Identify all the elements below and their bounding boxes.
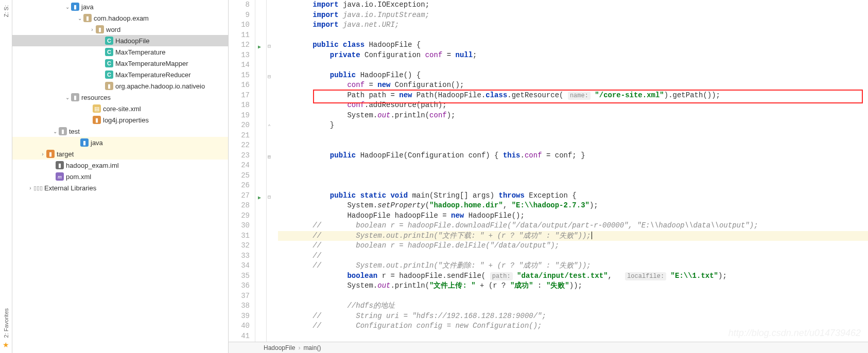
tree-item-maxtemperature[interactable]: CMaxTemperature <box>12 46 228 58</box>
cls-icon: C <box>105 59 113 67</box>
tree-label: core-site.xml <box>103 105 141 113</box>
tree-item-maxtemperaturemapper[interactable]: CMaxTemperatureMapper <box>12 58 228 69</box>
code-line[interactable]: private Configuration conf = null; <box>278 50 868 61</box>
code-line[interactable]: conf = new Configuration(); <box>278 80 868 91</box>
tree-label: resources <box>81 94 111 101</box>
code-line[interactable]: public HadoopFile() { <box>278 70 868 81</box>
line-gutter: 8910111213141516171819202122232425262728… <box>229 0 255 342</box>
code-line[interactable] <box>278 161 868 171</box>
tree-item-target[interactable]: ›▮target <box>12 148 228 160</box>
code-line[interactable] <box>278 291 868 302</box>
chevron-right-icon[interactable]: › <box>89 27 96 32</box>
tree-item-log4j-properties[interactable]: ▮log4j.properties <box>12 114 228 126</box>
code-line[interactable]: import java.io.IOException; <box>278 0 868 10</box>
tree-item-word[interactable]: ›▮word <box>12 24 228 35</box>
code-line[interactable]: HadoopFile hadoopFile = new HadoopFile()… <box>278 211 868 221</box>
tree-item-maxtemperaturereducer[interactable]: CMaxTemperatureReducer <box>12 69 228 80</box>
tree-item-org-apache-hadoop-io-nativeio[interactable]: ▮org.apache.hadoop.io.nativeio <box>12 80 228 92</box>
fold-icon[interactable]: ⊞ <box>268 152 271 163</box>
tree-item-java[interactable]: ⌄▮java <box>12 1 228 12</box>
tree-item-test[interactable]: ⌄▮test <box>12 126 228 137</box>
fold-icon[interactable]: ⌃ <box>268 122 271 132</box>
code-line[interactable]: public HadoopFile(Configuration conf) { … <box>278 151 868 161</box>
prop-icon: ▮ <box>93 116 101 124</box>
crumb-method[interactable]: main() <box>303 344 321 351</box>
tree-item-resources[interactable]: ⌄▮resources <box>12 92 228 103</box>
tree-label: target <box>57 150 74 158</box>
rail-top[interactable]: Z: S: <box>3 2 9 20</box>
tree-item-java[interactable]: ▮java <box>12 137 228 148</box>
tree-label: MaxTemperatureReducer <box>115 71 191 79</box>
code-line[interactable]: import java.net.URI; <box>278 20 868 30</box>
code-line[interactable]: // <box>278 251 868 261</box>
chevron-right-icon[interactable]: › <box>39 151 46 157</box>
cls-icon: C <box>105 48 113 56</box>
run-gutter-icon[interactable]: ▶ <box>258 42 261 52</box>
code-line[interactable]: //hdfs的地址 <box>278 301 868 311</box>
tree-item-hadoop-exam-iml[interactable]: ▮hadoop_exam.iml <box>12 160 228 171</box>
code-line[interactable] <box>278 331 868 342</box>
code-line[interactable]: // String uri = "hdfs://192.168.128.128:… <box>278 311 868 322</box>
tree-label: MaxTemperatureMapper <box>115 60 188 67</box>
fold-column[interactable]: ⊟⊟⌃⊞⊟ <box>267 0 276 342</box>
code-line[interactable]: System.out.println("文件上传: " + (r ? "成功" … <box>278 281 868 291</box>
code-line[interactable] <box>278 131 868 141</box>
fold-icon[interactable]: ⊟ <box>268 72 271 82</box>
code-content[interactable]: import java.io.IOException; import java.… <box>276 0 868 342</box>
tree-item-external-libraries[interactable]: ›▯▯▯External Libraries <box>12 182 228 193</box>
code-line[interactable]: public static void main(String[] args) t… <box>278 191 868 201</box>
code-line[interactable] <box>278 181 868 191</box>
code-line[interactable] <box>278 171 868 181</box>
tree-label: hadoop_exam.iml <box>66 162 119 169</box>
project-tree[interactable]: ⌄▮java⌄▮com.hadoop.exam›▮wordCHadoopFile… <box>12 0 229 353</box>
breadcrumb[interactable]: HadoopFile › main() <box>229 342 868 353</box>
folder-grey-icon: ▮ <box>59 127 67 135</box>
code-line[interactable]: } <box>278 120 868 131</box>
code-line[interactable]: conf.addResource(path); <box>278 100 868 111</box>
tree-label: External Libraries <box>44 184 96 192</box>
code-line[interactable]: // System.out.println("文件删除: " + (r ? "成… <box>278 261 868 271</box>
tree-label: org.apache.hadoop.io.nativeio <box>115 82 205 90</box>
tree-item-hadoopfile[interactable]: CHadoopFile <box>12 35 228 46</box>
text-caret <box>592 232 592 239</box>
code-line[interactable]: boolean r = hadoopFile.sendFile( path: "… <box>278 271 868 281</box>
code-line[interactable]: public class HadoopFile { <box>278 40 868 50</box>
tree-label: java <box>81 3 94 11</box>
code-line[interactable]: // boolean r = hadoopFile.downloadFile("… <box>278 221 868 231</box>
tool-rail-left: Z: S: 2: Favorites ★ <box>0 0 12 353</box>
code-line[interactable] <box>278 140 868 151</box>
fold-icon[interactable]: ⊟ <box>268 192 271 203</box>
run-gutter-icon[interactable]: ▶ <box>258 193 261 203</box>
code-line[interactable] <box>278 30 868 41</box>
tree-label: pom.xml <box>66 173 91 181</box>
folder-tan-icon: ▮ <box>96 25 104 33</box>
iml-icon: ▮ <box>56 161 64 169</box>
code-line[interactable]: System.setProperty("hadoop.home.dir", "E… <box>278 201 868 211</box>
code-line[interactable]: System.out.println(conf); <box>278 111 868 121</box>
run-marker-column: ▶▶ <box>255 0 267 342</box>
tree-label: HadoopFile <box>115 37 150 45</box>
tree-item-com-hadoop-exam[interactable]: ⌄▮com.hadoop.exam <box>12 12 228 24</box>
chevron-down-icon[interactable]: ⌄ <box>64 4 71 10</box>
tree-item-core-site-xml[interactable]: ▤core-site.xml <box>12 103 228 114</box>
chevron-down-icon[interactable]: ⌄ <box>76 15 83 21</box>
cls-icon: C <box>105 70 113 79</box>
fold-icon[interactable]: ⊟ <box>268 42 271 52</box>
chevron-down-icon[interactable]: ⌄ <box>51 129 59 134</box>
chevron-down-icon[interactable]: ⌄ <box>64 95 71 100</box>
code-line[interactable]: Path path = new Path(HadoopFile.class.ge… <box>278 91 868 101</box>
tree-label: MaxTemperature <box>115 48 166 56</box>
folder-blue-icon: ▮ <box>71 3 79 11</box>
code-line[interactable]: // boolean r = hadoopFile.delFile("/data… <box>278 241 868 251</box>
rail-favorites[interactable]: 2: Favorites <box>3 305 9 341</box>
xml-icon: ▤ <box>93 104 101 113</box>
code-line[interactable] <box>278 60 868 70</box>
tree-item-pom-xml[interactable]: mpom.xml <box>12 171 228 182</box>
chevron-right-icon[interactable]: › <box>27 185 34 191</box>
code-line[interactable]: // System.out.println("文件下载: " + (r ? "成… <box>278 231 868 241</box>
code-line[interactable]: import java.io.InputStream; <box>278 10 868 21</box>
star-icon: ★ <box>3 341 9 349</box>
code-line[interactable]: // Configuration config = new Configurat… <box>278 321 868 331</box>
crumb-class[interactable]: HadoopFile <box>264 344 295 351</box>
folder-orange-icon: ▮ <box>46 150 55 158</box>
